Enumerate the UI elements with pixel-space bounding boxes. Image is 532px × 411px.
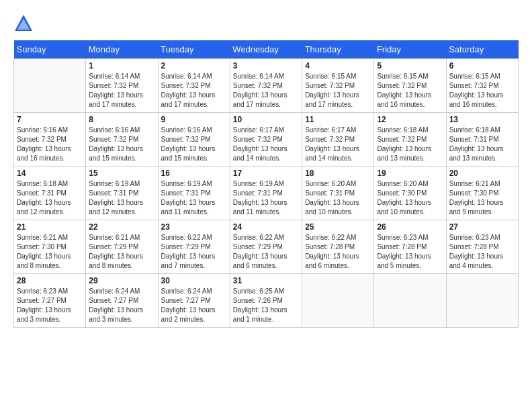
day-number: 7 [17, 115, 83, 124]
calendar-cell: 17Sunrise: 6:19 AM Sunset: 7:31 PM Dayli… [230, 167, 302, 220]
day-number: 23 [161, 222, 227, 232]
day-number: 13 [449, 115, 515, 124]
day-info: Sunrise: 6:18 AM Sunset: 7:31 PM Dayligh… [449, 126, 515, 163]
day-info: Sunrise: 6:20 AM Sunset: 7:31 PM Dayligh… [305, 179, 371, 217]
day-number: 31 [233, 276, 299, 285]
column-header-monday: Monday [86, 40, 158, 59]
day-info: Sunrise: 6:14 AM Sunset: 7:32 PM Dayligh… [89, 72, 154, 109]
day-info: Sunrise: 6:22 AM Sunset: 7:28 PM Dayligh… [305, 233, 371, 271]
week-row-3: 14Sunrise: 6:18 AM Sunset: 7:31 PM Dayli… [14, 167, 519, 220]
day-info: Sunrise: 6:17 AM Sunset: 7:32 PM Dayligh… [233, 126, 299, 163]
day-number: 1 [89, 61, 154, 71]
calendar-cell [374, 274, 446, 328]
day-number: 29 [89, 276, 154, 285]
day-info: Sunrise: 6:16 AM Sunset: 7:32 PM Dayligh… [17, 126, 83, 163]
day-number: 2 [161, 61, 227, 71]
calendar-cell: 4Sunrise: 6:15 AM Sunset: 7:32 PM Daylig… [302, 59, 374, 113]
calendar-header-row: SundayMondayTuesdayWednesdayThursdayFrid… [14, 40, 519, 59]
calendar-cell: 3Sunrise: 6:14 AM Sunset: 7:32 PM Daylig… [230, 59, 302, 113]
day-number: 3 [233, 61, 299, 71]
day-info: Sunrise: 6:14 AM Sunset: 7:32 PM Dayligh… [161, 72, 227, 109]
day-number: 14 [17, 169, 83, 178]
day-number: 27 [449, 222, 515, 232]
calendar-cell: 8Sunrise: 6:16 AM Sunset: 7:32 PM Daylig… [86, 113, 158, 167]
day-info: Sunrise: 6:21 AM Sunset: 7:29 PM Dayligh… [89, 233, 154, 271]
calendar-cell: 22Sunrise: 6:21 AM Sunset: 7:29 PM Dayli… [86, 220, 158, 274]
day-info: Sunrise: 6:15 AM Sunset: 7:32 PM Dayligh… [377, 72, 443, 109]
calendar-cell: 9Sunrise: 6:16 AM Sunset: 7:32 PM Daylig… [158, 113, 230, 167]
column-header-thursday: Thursday [302, 40, 374, 59]
calendar-cell: 31Sunrise: 6:25 AM Sunset: 7:26 PM Dayli… [230, 274, 302, 328]
day-number: 24 [233, 222, 299, 232]
day-number: 30 [161, 276, 227, 285]
calendar-cell: 24Sunrise: 6:22 AM Sunset: 7:29 PM Dayli… [230, 220, 302, 274]
column-header-sunday: Sunday [14, 40, 86, 59]
day-info: Sunrise: 6:15 AM Sunset: 7:32 PM Dayligh… [449, 72, 515, 109]
column-header-saturday: Saturday [446, 40, 518, 59]
day-number: 28 [17, 276, 83, 285]
day-info: Sunrise: 6:15 AM Sunset: 7:32 PM Dayligh… [305, 72, 371, 109]
week-row-1: 1Sunrise: 6:14 AM Sunset: 7:32 PM Daylig… [14, 59, 519, 113]
day-number: 8 [89, 115, 154, 124]
day-number: 17 [233, 169, 299, 178]
day-info: Sunrise: 6:18 AM Sunset: 7:31 PM Dayligh… [17, 179, 83, 217]
calendar-cell: 29Sunrise: 6:24 AM Sunset: 7:27 PM Dayli… [86, 274, 158, 328]
calendar-cell [14, 59, 86, 113]
calendar-table: SundayMondayTuesdayWednesdayThursdayFrid… [13, 40, 519, 328]
calendar-cell: 23Sunrise: 6:22 AM Sunset: 7:29 PM Dayli… [158, 220, 230, 274]
calendar-cell: 26Sunrise: 6:23 AM Sunset: 7:28 PM Dayli… [374, 220, 446, 274]
calendar-cell: 15Sunrise: 6:19 AM Sunset: 7:31 PM Dayli… [86, 167, 158, 220]
calendar-cell [302, 274, 374, 328]
calendar-cell: 7Sunrise: 6:16 AM Sunset: 7:32 PM Daylig… [14, 113, 86, 167]
day-number: 26 [377, 222, 443, 232]
day-info: Sunrise: 6:25 AM Sunset: 7:26 PM Dayligh… [233, 287, 299, 324]
calendar-cell: 12Sunrise: 6:18 AM Sunset: 7:32 PM Dayli… [374, 113, 446, 167]
day-number: 10 [233, 115, 299, 124]
calendar-cell: 2Sunrise: 6:14 AM Sunset: 7:32 PM Daylig… [158, 59, 230, 113]
day-info: Sunrise: 6:23 AM Sunset: 7:28 PM Dayligh… [449, 233, 515, 271]
column-header-friday: Friday [374, 40, 446, 59]
day-info: Sunrise: 6:16 AM Sunset: 7:32 PM Dayligh… [89, 126, 154, 163]
day-info: Sunrise: 6:23 AM Sunset: 7:27 PM Dayligh… [17, 287, 83, 324]
day-info: Sunrise: 6:21 AM Sunset: 7:30 PM Dayligh… [17, 233, 83, 271]
day-number: 19 [377, 169, 443, 178]
day-number: 12 [377, 115, 443, 124]
calendar-cell: 16Sunrise: 6:19 AM Sunset: 7:31 PM Dayli… [158, 167, 230, 220]
calendar-cell: 28Sunrise: 6:23 AM Sunset: 7:27 PM Dayli… [14, 274, 86, 328]
day-number: 9 [161, 115, 227, 124]
day-info: Sunrise: 6:19 AM Sunset: 7:31 PM Dayligh… [89, 179, 154, 217]
day-info: Sunrise: 6:19 AM Sunset: 7:31 PM Dayligh… [161, 179, 227, 217]
day-number: 4 [305, 61, 371, 71]
day-number: 21 [17, 222, 83, 232]
day-number: 6 [449, 61, 515, 71]
day-info: Sunrise: 6:22 AM Sunset: 7:29 PM Dayligh… [161, 233, 227, 271]
day-number: 22 [89, 222, 154, 232]
day-info: Sunrise: 6:24 AM Sunset: 7:27 PM Dayligh… [89, 287, 154, 324]
calendar-cell: 6Sunrise: 6:15 AM Sunset: 7:32 PM Daylig… [446, 59, 518, 113]
day-number: 15 [89, 169, 154, 178]
calendar-cell: 19Sunrise: 6:20 AM Sunset: 7:30 PM Dayli… [374, 167, 446, 220]
logo-icon [13, 13, 34, 34]
column-header-tuesday: Tuesday [158, 40, 230, 59]
day-info: Sunrise: 6:20 AM Sunset: 7:30 PM Dayligh… [377, 179, 443, 217]
calendar-cell: 20Sunrise: 6:21 AM Sunset: 7:30 PM Dayli… [446, 167, 518, 220]
calendar-cell: 13Sunrise: 6:18 AM Sunset: 7:31 PM Dayli… [446, 113, 518, 167]
day-number: 20 [449, 169, 515, 178]
day-number: 25 [305, 222, 371, 232]
day-number: 16 [161, 169, 227, 178]
day-number: 5 [377, 61, 443, 71]
calendar-cell: 11Sunrise: 6:17 AM Sunset: 7:32 PM Dayli… [302, 113, 374, 167]
day-info: Sunrise: 6:19 AM Sunset: 7:31 PM Dayligh… [233, 179, 299, 217]
day-info: Sunrise: 6:14 AM Sunset: 7:32 PM Dayligh… [233, 72, 299, 109]
calendar-cell: 21Sunrise: 6:21 AM Sunset: 7:30 PM Dayli… [14, 220, 86, 274]
day-number: 11 [305, 115, 371, 124]
calendar-cell: 18Sunrise: 6:20 AM Sunset: 7:31 PM Dayli… [302, 167, 374, 220]
day-info: Sunrise: 6:18 AM Sunset: 7:32 PM Dayligh… [377, 126, 443, 163]
calendar-cell: 1Sunrise: 6:14 AM Sunset: 7:32 PM Daylig… [86, 59, 158, 113]
day-number: 18 [305, 169, 371, 178]
day-info: Sunrise: 6:22 AM Sunset: 7:29 PM Dayligh… [233, 233, 299, 271]
page-header [13, 13, 519, 34]
calendar-cell: 25Sunrise: 6:22 AM Sunset: 7:28 PM Dayli… [302, 220, 374, 274]
calendar-cell: 14Sunrise: 6:18 AM Sunset: 7:31 PM Dayli… [14, 167, 86, 220]
day-info: Sunrise: 6:23 AM Sunset: 7:28 PM Dayligh… [377, 233, 443, 271]
